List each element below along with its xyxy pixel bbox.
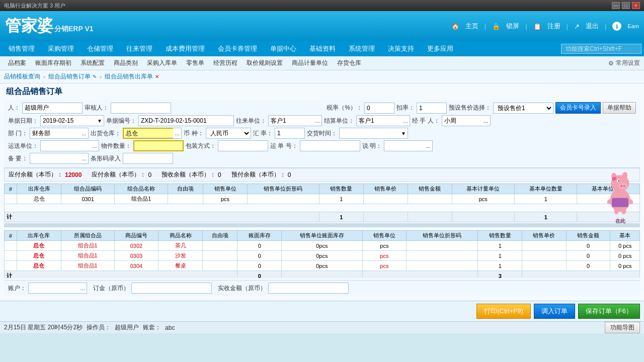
nav-search-input[interactable] bbox=[561, 44, 641, 54]
info-icon[interactable]: i bbox=[612, 22, 621, 31]
minimize-button[interactable]: — bbox=[612, 2, 620, 9]
settlement-input[interactable] bbox=[356, 115, 401, 126]
person-label: 人： bbox=[8, 104, 20, 112]
handler-label: 经 手 人： bbox=[412, 117, 440, 125]
toolbar-item-unit[interactable]: 商品计量单位 bbox=[288, 58, 332, 68]
lock-button[interactable]: 锁屏 bbox=[506, 22, 519, 31]
maximize-button[interactable]: □ bbox=[622, 2, 630, 9]
sub-table: # 出库仓库 所属组合品 商品编号 商品名称 自由项 账面库存 销售单位账面库存… bbox=[4, 230, 640, 278]
actual-input[interactable] bbox=[268, 283, 349, 294]
price-select[interactable]: 预设售价1 bbox=[493, 103, 553, 114]
register-button[interactable]: 注册 bbox=[547, 22, 560, 31]
toolbar-item-archive[interactable]: 品档案 bbox=[4, 58, 30, 68]
delivery-unit-input[interactable] bbox=[40, 140, 91, 151]
nav-transactions[interactable]: 往来管理 bbox=[120, 42, 158, 55]
print-button[interactable]: 打印(Ctrl+F9) bbox=[476, 304, 531, 319]
order-input[interactable] bbox=[131, 283, 212, 294]
toolbar-item-price-rule[interactable]: 取价规则设置 bbox=[243, 58, 287, 68]
sub-table-row[interactable]: 总仓 组合品1 0302 茶几 0 0pcs pcs 1 0 0 pcs bbox=[5, 241, 640, 251]
warehouse-input[interactable] bbox=[123, 128, 173, 139]
nav-member[interactable]: 会员卡券管理 bbox=[212, 42, 263, 55]
status-account-label: 账套： bbox=[143, 323, 161, 332]
exchange-input[interactable] bbox=[275, 128, 305, 139]
summary-base-qty: 1 bbox=[515, 212, 577, 222]
member-card-button[interactable]: 会员卡号录入 bbox=[555, 102, 601, 114]
nav-basic[interactable]: 基础资料 bbox=[303, 42, 342, 55]
delivery-unit-picker[interactable]: … bbox=[91, 140, 99, 151]
ship-label: 运 单 号： bbox=[270, 142, 298, 150]
to-unit-picker[interactable]: … bbox=[313, 115, 322, 126]
ship-input[interactable] bbox=[300, 140, 360, 151]
help-button[interactable]: 单据帮助 bbox=[603, 102, 636, 114]
remark-input[interactable] bbox=[384, 140, 424, 151]
sub-table-row[interactable]: 总仓 组合品1 0304 餐桌 0 0pcs pcs 1 0 0 pcs bbox=[5, 261, 640, 271]
note-input[interactable] bbox=[30, 153, 80, 164]
save-order-button[interactable]: 保存订单（F6） bbox=[578, 304, 640, 319]
date-picker-button[interactable]: ▼ bbox=[96, 115, 104, 126]
receivable-label: 应付余额（本币）： bbox=[92, 170, 146, 179]
toolbar-item-category[interactable]: 商品类别 bbox=[110, 58, 142, 68]
svg-point-2 bbox=[618, 183, 627, 190]
date-input[interactable] bbox=[40, 115, 96, 126]
nav-purchase[interactable]: 采购管理 bbox=[42, 42, 80, 55]
payable-amount: 应付余额（本币）： 12000 bbox=[9, 170, 82, 179]
to-unit-label: 往来单位： bbox=[236, 117, 266, 125]
nav-sales[interactable]: 销售管理 bbox=[3, 42, 41, 55]
person-input[interactable] bbox=[22, 103, 83, 114]
currency-select[interactable]: 人民币 bbox=[206, 128, 251, 139]
number-input[interactable] bbox=[138, 115, 234, 126]
barcode-input[interactable] bbox=[123, 153, 173, 164]
toolbar-item-history[interactable]: 经营历程 bbox=[209, 58, 242, 68]
nav-more[interactable]: 更多应用 bbox=[421, 42, 459, 55]
function-map-button[interactable]: 功能导图 bbox=[605, 322, 640, 333]
main-table-scrollbar[interactable] bbox=[4, 223, 640, 227]
delivery-time-input[interactable] bbox=[339, 128, 399, 139]
handler-input[interactable] bbox=[442, 115, 482, 126]
sub-col-name: 商品名称 bbox=[158, 231, 203, 241]
dept-input[interactable] bbox=[30, 128, 80, 139]
note-picker[interactable]: … bbox=[80, 153, 89, 164]
home-button[interactable]: 主页 bbox=[465, 22, 478, 31]
title-bar: 电脑行业解决方案 3 用户 — □ ✕ bbox=[0, 0, 644, 11]
discount-input[interactable] bbox=[417, 103, 447, 114]
toolbar-item-inventory[interactable]: 存货仓库 bbox=[333, 58, 365, 68]
sub-col-free: 自由项 bbox=[202, 231, 237, 241]
col-warehouse: 出库仓库 bbox=[17, 184, 61, 194]
toolbar-item-purchase[interactable]: 采购入库单 bbox=[143, 58, 181, 68]
sub-col-combo: 所属组合品 bbox=[61, 231, 114, 241]
nav-decision[interactable]: 决策支持 bbox=[382, 42, 420, 55]
settlement-picker[interactable]: … bbox=[401, 115, 410, 126]
account-input[interactable] bbox=[28, 283, 78, 294]
remark-picker[interactable]: … bbox=[424, 140, 433, 151]
handler-picker[interactable]: … bbox=[482, 115, 491, 126]
import-order-button[interactable]: 调入订单 bbox=[534, 304, 575, 319]
nav-system[interactable]: 系统管理 bbox=[343, 42, 381, 55]
pack-input[interactable] bbox=[218, 140, 268, 151]
item-count-label: 物件数量： bbox=[101, 142, 131, 150]
item-count-input[interactable] bbox=[133, 140, 184, 151]
delivery-time-picker[interactable]: ▼ bbox=[399, 128, 408, 139]
toolbar-item-retail[interactable]: 零售单 bbox=[182, 58, 208, 68]
toolbar-item-init[interactable]: 账面库存期初 bbox=[31, 58, 75, 68]
close-icon[interactable]: ✕ bbox=[155, 74, 159, 79]
exit-button[interactable]: 退出 bbox=[586, 22, 599, 31]
account-picker[interactable]: … bbox=[78, 283, 87, 294]
nav-warehouse[interactable]: 仓储管理 bbox=[81, 42, 119, 55]
toolbar-item-config[interactable]: 系统配置 bbox=[76, 58, 109, 68]
breadcrumb-sale-order[interactable]: 组合品销售订单 ✎ bbox=[48, 72, 97, 81]
toolbar-settings[interactable]: ⚙ 常用设置 bbox=[608, 59, 640, 67]
dept-picker[interactable]: … bbox=[80, 128, 89, 139]
tax-input[interactable] bbox=[364, 103, 394, 114]
sub-table-row[interactable]: 总仓 组合品1 0303 沙发 0 0pcs pcs 1 0 0 pcs bbox=[5, 251, 640, 261]
to-unit-input[interactable] bbox=[268, 115, 313, 126]
nav-voucher[interactable]: 单据中心 bbox=[264, 42, 302, 55]
svg-rect-14 bbox=[612, 198, 628, 207]
warehouse-picker[interactable]: … bbox=[173, 128, 182, 139]
reviewer-input[interactable] bbox=[111, 103, 171, 114]
breadcrumb-sale-out[interactable]: 组合品销售出库单 ✕ bbox=[105, 72, 159, 81]
breadcrumb-template[interactable]: 品销模板查询 bbox=[4, 72, 40, 81]
nav-cost[interactable]: 成本费用管理 bbox=[159, 42, 211, 55]
close-button[interactable]: ✕ bbox=[632, 2, 640, 9]
table-row[interactable]: 总仓 0301 组合品1 pcs 1 pcs 1 bbox=[5, 194, 640, 204]
title-text: 电脑行业解决方案 3 用户 bbox=[4, 2, 65, 10]
